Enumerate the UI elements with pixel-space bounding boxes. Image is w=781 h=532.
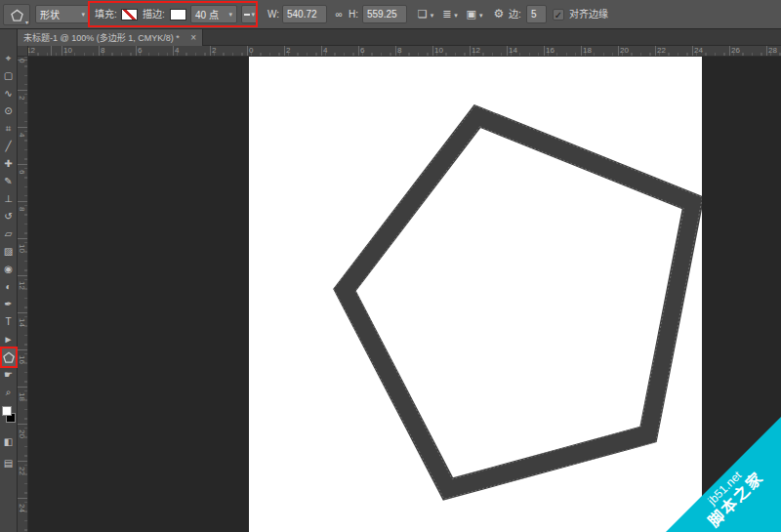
eyedropper-tool[interactable]: ╱ <box>0 138 17 155</box>
path-arrange-button[interactable]: ▣▾ <box>465 5 484 23</box>
ruler-h-label: 14 <box>509 46 517 55</box>
ruler-v-label: 4 <box>18 133 26 137</box>
fill-label: 填充: <box>95 0 117 29</box>
history-brush-tool[interactable]: ↺ <box>0 208 17 225</box>
chevron-down-icon: ▾ <box>454 12 458 19</box>
stroke-swatch-button[interactable] <box>170 9 186 20</box>
pen-tool[interactable]: ✒ <box>0 296 17 313</box>
height-value: 559.25 <box>367 9 397 20</box>
ruler-h-label: 6 <box>138 46 142 55</box>
vertical-ruler[interactable]: 024681012141618202224 <box>18 57 28 532</box>
fill-swatch-button[interactable] <box>121 9 138 20</box>
align-edges-checkbox[interactable]: ✓ <box>553 9 564 20</box>
ruler-h-label: 28 <box>768 46 777 55</box>
path-arrange-icon: ▣ <box>467 8 476 20</box>
photoshop-window: ▾ 形状 ▾ 填充: 描边: 40 点 ▾ ▾ W: 540.72 ∞ H: 5… <box>0 0 781 532</box>
stroke-width-select[interactable]: 40 点 ▾ <box>190 5 237 23</box>
chevron-down-icon: ▾ <box>81 11 85 19</box>
ruler-h-label: 2 <box>286 46 290 55</box>
link-dimensions-icon[interactable]: ∞ <box>332 5 346 23</box>
ruler-h-label: 22 <box>657 46 666 55</box>
ruler-h-label: 4 <box>323 46 327 55</box>
ruler-h-label: 12 <box>472 46 480 55</box>
ruler-h-label: 2 <box>212 46 216 55</box>
ruler-v-label: 14 <box>18 318 26 327</box>
chevron-down-icon: ▾ <box>25 19 28 25</box>
gradient-tool[interactable]: ▨ <box>0 243 17 261</box>
sides-value: 5 <box>531 9 537 20</box>
document-tab-title: 未标题-1 @ 100% (多边形 1, CMYK/8) * <box>23 30 180 46</box>
document-tab[interactable]: 未标题-1 @ 100% (多边形 1, CMYK/8) * × <box>18 29 203 46</box>
type-tool[interactable]: T <box>0 313 17 331</box>
width-field-label: W: <box>267 0 279 29</box>
ruler-v-label: 8 <box>18 207 26 211</box>
ruler-h-label: 18 <box>583 46 592 55</box>
stroke-style-select[interactable]: ▾ <box>241 5 258 23</box>
ruler-v-label: 24 <box>18 504 26 512</box>
watermark-ribbon <box>666 417 781 532</box>
options-bar: ▾ 形状 ▾ 填充: 描边: 40 点 ▾ ▾ W: 540.72 ∞ H: 5… <box>0 0 781 29</box>
zoom-tool[interactable]: ⌕ <box>0 384 17 401</box>
chevron-down-icon: ▾ <box>479 12 483 19</box>
clone-stamp-tool[interactable]: ⊥ <box>0 190 17 208</box>
polygon-shape-tool[interactable] <box>0 348 17 366</box>
height-input[interactable]: 559.25 <box>362 5 407 23</box>
quick-mask-button[interactable]: ◧ <box>0 433 17 451</box>
width-input[interactable]: 540.72 <box>282 5 327 23</box>
path-selection-tool[interactable]: ► <box>0 331 17 348</box>
tools-panel: ⌖▢∿⊙⌗╱✚✎⊥↺▱▨◉◐✒T►☛⌕◧▤ <box>0 29 18 532</box>
sides-input[interactable]: 5 <box>526 5 547 23</box>
height-field-label: H: <box>349 0 358 29</box>
chevron-down-icon: ▾ <box>431 12 434 19</box>
stroke-label: 描边: <box>143 0 165 29</box>
tab-bar: 未标题-1 @ 100% (多边形 1, CMYK/8) * × <box>18 29 781 46</box>
ruler-v-label: 2 <box>18 96 26 100</box>
path-alignment-button[interactable]: ≣▾ <box>440 5 460 23</box>
ruler-h-label: 16 <box>546 46 555 55</box>
stroke-style-icon <box>244 14 250 16</box>
path-operations-button[interactable]: ❏▾ <box>416 5 435 23</box>
lasso-tool[interactable]: ∿ <box>0 85 17 102</box>
ruler-h-label: 6 <box>360 46 364 55</box>
tool-preset-button[interactable]: ▾ <box>3 4 30 25</box>
eraser-tool[interactable]: ▱ <box>0 225 17 243</box>
ruler-v-label: 20 <box>18 430 26 438</box>
ruler-h-label: 8 <box>101 46 104 55</box>
shape-mode-select[interactable]: 形状 ▾ <box>35 5 90 23</box>
chevron-down-icon: ▾ <box>228 11 232 19</box>
stroke-width-value: 40 点 <box>195 7 219 21</box>
ruler-v-label: 18 <box>18 392 26 401</box>
foreground-color-swatch[interactable] <box>2 406 12 416</box>
brush-tool[interactable]: ✎ <box>0 173 17 190</box>
blur-tool[interactable]: ◉ <box>0 261 17 278</box>
chevron-down-icon: ▾ <box>251 11 255 19</box>
align-edges-label: 对齐边缘 <box>569 0 608 29</box>
ruler-h-label: 8 <box>397 46 401 55</box>
path-operations-icon: ❏ <box>418 8 428 20</box>
ruler-h-label: 0 <box>249 46 253 55</box>
close-icon[interactable]: × <box>190 30 196 46</box>
width-value: 540.72 <box>287 9 317 20</box>
hand-tool[interactable]: ☛ <box>0 366 17 384</box>
ruler-v-label: 6 <box>18 170 26 174</box>
sides-label: 边: <box>509 0 521 29</box>
screen-mode-button[interactable]: ▤ <box>0 455 17 472</box>
dodge-tool[interactable]: ◐ <box>0 278 17 296</box>
move-tool[interactable]: ⌖ <box>0 50 17 67</box>
document-canvas[interactable] <box>249 57 702 532</box>
healing-brush-tool[interactable]: ✚ <box>0 155 17 173</box>
ruler-v-label: 10 <box>18 244 26 253</box>
path-alignment-icon: ≣ <box>442 8 451 20</box>
ruler-h-label: 20 <box>620 46 629 55</box>
ruler-h-label: 10 <box>434 46 443 55</box>
pentagon-shape[interactable] <box>249 57 702 532</box>
ruler-h-label: 10 <box>63 46 72 55</box>
quick-selection-tool[interactable]: ⊙ <box>0 102 17 120</box>
ruler-h-label: 4 <box>175 46 179 55</box>
marquee-tool[interactable]: ▢ <box>0 67 17 85</box>
horizontal-ruler[interactable]: 121086420246810121416182022242628 <box>28 46 781 57</box>
ruler-v-label: 0 <box>18 59 26 62</box>
gear-icon[interactable]: ⚙ <box>491 5 507 23</box>
ruler-h-label: 24 <box>694 46 703 55</box>
crop-tool[interactable]: ⌗ <box>0 120 17 138</box>
